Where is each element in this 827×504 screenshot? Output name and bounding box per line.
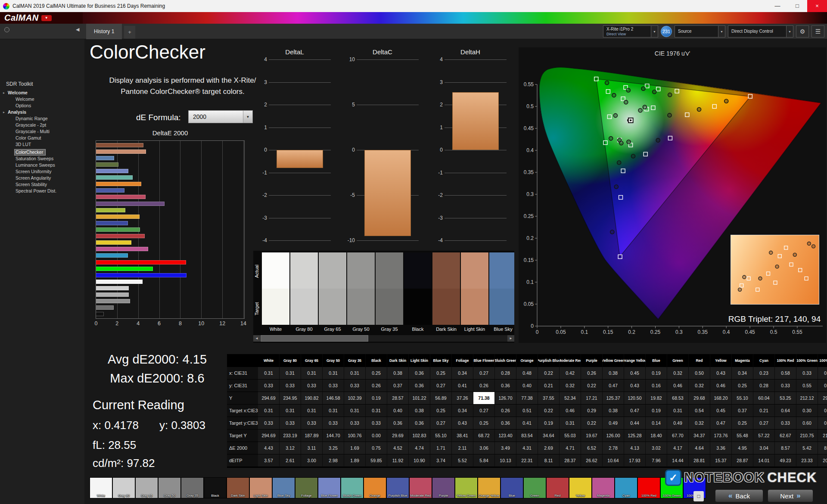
compare-swatch-gray-65[interactable]: Gray 65 bbox=[319, 252, 346, 333]
color-chip-light-skin[interactable]: Light Skin bbox=[249, 477, 272, 498]
table-cell: 0.48 bbox=[516, 367, 538, 380]
axis-tick-label: 2 bbox=[432, 102, 443, 108]
source-dropdown[interactable]: Source ▼ bbox=[675, 25, 725, 37]
sidebar-item-luminance-sweeps[interactable]: Luminance Sweeps bbox=[0, 162, 84, 168]
x-tick-label: 0 bbox=[536, 329, 539, 335]
maximize-button[interactable]: □ bbox=[787, 0, 807, 12]
table-cell: 37.55 bbox=[538, 392, 560, 404]
color-chip-cyan[interactable]: Cyan bbox=[615, 477, 637, 498]
sidebar-item-screen-angularity[interactable]: Screen Angularity bbox=[0, 175, 84, 181]
color-chip-orange-yellow[interactable]: Orange Yellow bbox=[478, 477, 501, 498]
calman-logo[interactable]: CalMAN ▼ bbox=[0, 12, 83, 24]
grid-line bbox=[180, 141, 180, 318]
sidebar-item-screen-stability[interactable]: Screen Stability bbox=[0, 181, 84, 188]
close-button[interactable]: × bbox=[807, 0, 827, 12]
axis-tick-label: 0 bbox=[432, 147, 443, 153]
compare-swatch-gray-80[interactable]: Gray 80 bbox=[290, 252, 318, 333]
actual-swatch bbox=[319, 252, 346, 289]
color-chip-blue-flower[interactable]: Blue Flower bbox=[318, 477, 341, 498]
formula-label: dE Formula: bbox=[136, 113, 180, 122]
table-cell: 0.19 bbox=[366, 392, 387, 404]
page-description: Display analysis is performed with the X… bbox=[98, 75, 267, 97]
sidebar-item-saturation-sweeps[interactable]: Saturation Sweeps bbox=[0, 156, 84, 162]
current-reading-label: Current Reading bbox=[93, 398, 184, 412]
color-chip-magenta[interactable]: Magenta bbox=[592, 477, 615, 498]
inset-points bbox=[731, 235, 820, 305]
sidebar-item-colorchecker[interactable]: ColorChecker bbox=[14, 149, 46, 156]
sidebar-section-welcome[interactable]: ▸Welcome bbox=[0, 90, 84, 96]
table-cell: 0.41 bbox=[452, 380, 473, 392]
table-cell: 0.26 bbox=[366, 380, 387, 392]
compare-swatch-dark-skin[interactable]: Dark Skin bbox=[432, 252, 460, 333]
compare-swatch-blue-sky[interactable]: Blue Sky bbox=[489, 252, 514, 333]
compare-swatch-gray-35[interactable]: Gray 35 bbox=[376, 252, 403, 333]
chip-label: Dark Skin bbox=[227, 494, 249, 498]
sidebar-item-spectral-power-dist[interactable]: Spectral Power Dist. bbox=[0, 188, 84, 194]
gear-icon[interactable]: ⚙ bbox=[796, 25, 809, 37]
sidebar-item-screen-uniformity[interactable]: Screen Uniformity bbox=[0, 168, 84, 175]
color-chip-dark-skin[interactable]: Dark Skin bbox=[227, 477, 249, 498]
column-header-100-green: 100% Green bbox=[796, 354, 818, 367]
color-chip-blue[interactable]: Blue bbox=[501, 477, 523, 498]
color-chip-red[interactable]: Red bbox=[546, 477, 569, 498]
color-chip-orange[interactable]: Orange bbox=[364, 477, 386, 498]
de-bar-100-green bbox=[96, 267, 153, 271]
compare-swatch-gray-50[interactable]: Gray 50 bbox=[347, 252, 375, 333]
collapse-sidebar-icon[interactable]: ◀ bbox=[76, 27, 79, 32]
color-chip-blue-sky[interactable]: Blue Sky bbox=[272, 477, 295, 498]
color-chip-gray-65[interactable]: Gray 65 bbox=[135, 477, 158, 498]
sidebar-item-dynamic-range[interactable]: Dynamic Range bbox=[0, 115, 84, 122]
color-chip-white[interactable]: White bbox=[90, 477, 112, 498]
tab-history-1[interactable]: History 1 bbox=[86, 24, 122, 39]
sidebar-item-grayscale-multi[interactable]: Grayscale - Multi bbox=[0, 128, 84, 135]
display-control-dropdown[interactable]: Direct Display Control ▼ bbox=[728, 25, 793, 37]
color-chip-gray-50[interactable]: Gray 50 bbox=[158, 477, 181, 498]
sidebar-item-grayscale-2pt[interactable]: Grayscale - 2pt bbox=[0, 122, 84, 128]
meter-dropdown[interactable]: X-Rite i1Pro 2 Direct View ▼ bbox=[603, 25, 658, 37]
check-icon: ✓ bbox=[665, 470, 681, 486]
chip-label: Moderate Red bbox=[410, 494, 432, 498]
color-chip-purple[interactable]: Purple bbox=[432, 477, 455, 498]
sidebar-item-3d-lut[interactable]: 3D LUT bbox=[0, 141, 84, 148]
sidebar-item-options[interactable]: Options bbox=[0, 103, 84, 109]
compare-swatch-light-skin[interactable]: Light Skin bbox=[461, 252, 488, 333]
color-chip-foliage[interactable]: Foliage bbox=[295, 477, 318, 498]
color-chip-bluish-green[interactable]: Bluish Green bbox=[341, 477, 364, 498]
color-chip-black[interactable]: Black bbox=[204, 477, 227, 498]
color-chip-moderate-red[interactable]: Moderate Red bbox=[409, 477, 432, 498]
sidebar-item-color-gamut[interactable]: Color Gamut bbox=[0, 135, 84, 141]
grid-line bbox=[269, 82, 331, 83]
scroll-right-icon[interactable]: ► bbox=[507, 335, 514, 342]
scroll-left-icon[interactable]: ◄ bbox=[253, 335, 260, 342]
menu-icon[interactable]: ☰ bbox=[811, 25, 824, 37]
next-button[interactable]: Next » bbox=[768, 489, 813, 502]
color-chip-purplish-blue[interactable]: Purplish Blue bbox=[386, 477, 409, 498]
axis-tick-label: -2 bbox=[256, 192, 267, 198]
color-chip-gray-35[interactable]: Gray 35 bbox=[181, 477, 204, 498]
axis-tick-label: -2 bbox=[432, 192, 443, 198]
color-chip-gray-80[interactable]: Gray 80 bbox=[112, 477, 135, 498]
add-tab-button[interactable]: + bbox=[124, 26, 135, 39]
measured-marker-magenta bbox=[656, 138, 660, 142]
window-icon[interactable]: □ bbox=[693, 491, 704, 501]
back-button[interactable]: « Back bbox=[715, 489, 763, 502]
color-chip-100-red[interactable]: 100% Red bbox=[637, 477, 660, 498]
sidebar-section-analysis[interactable]: ▸Analysis bbox=[0, 109, 84, 115]
horizontal-scrollbar[interactable]: ◄ ► bbox=[253, 335, 514, 342]
table-row: Target x:CIE310.310.310.310.310.310.310.… bbox=[227, 404, 827, 417]
sidebar-item-welcome[interactable]: Welcome bbox=[0, 96, 84, 103]
de-formula-select[interactable]: 2000 ▼ bbox=[188, 110, 253, 123]
compare-swatch-white[interactable]: White bbox=[262, 252, 289, 333]
table-cell: 0.38 bbox=[603, 367, 624, 380]
workflow-status-icon[interactable] bbox=[4, 27, 9, 32]
logo-dropdown-icon[interactable]: ▼ bbox=[41, 15, 52, 21]
color-chip-yellow[interactable]: Yellow bbox=[569, 477, 592, 498]
color-chip-yellow-green[interactable]: Yellow Green bbox=[455, 477, 478, 498]
minimize-button[interactable]: — bbox=[768, 0, 787, 12]
table-corner-cell bbox=[227, 354, 258, 367]
compare-swatch-black[interactable]: Black bbox=[404, 252, 432, 333]
color-chip-green[interactable]: Green bbox=[523, 477, 546, 498]
scrollbar-thumb[interactable] bbox=[261, 335, 368, 342]
axis-tick-label: -1 bbox=[432, 170, 443, 176]
table-cell: 126.00 bbox=[603, 429, 624, 442]
